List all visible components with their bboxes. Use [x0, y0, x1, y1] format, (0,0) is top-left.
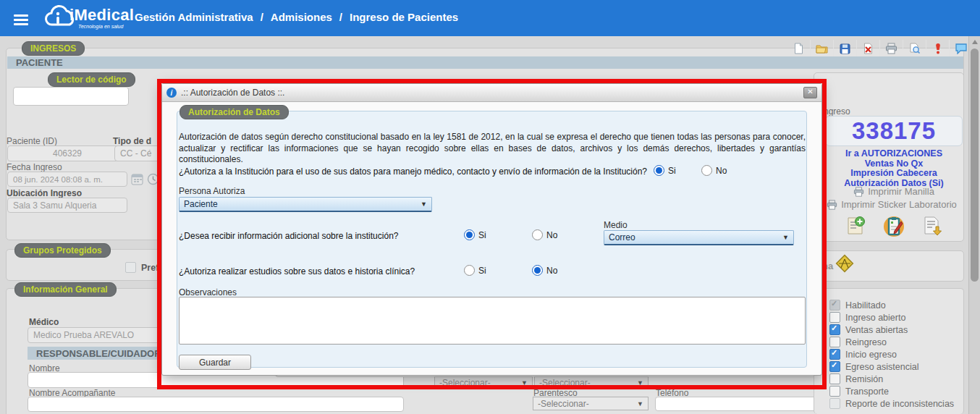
- ubicacion-ingreso-label: Ubicación Ingreso: [7, 188, 82, 198]
- preview-icon[interactable]: [903, 40, 926, 57]
- scrollbar-up-arrow[interactable]: [972, 40, 978, 44]
- telefono-input[interactable]: [655, 397, 816, 411]
- paciente-section-title: PACIENTE: [16, 57, 63, 68]
- imprimir-manilla-row[interactable]: Imprimir Manilla: [825, 186, 963, 197]
- informacion-general-label: Información General: [23, 284, 108, 295]
- lector-codigo-input[interactable]: [13, 87, 129, 106]
- checkbox-row-remision: Remisión: [829, 373, 954, 385]
- reporte-inconsistencias-checkbox[interactable]: [829, 398, 840, 409]
- print-icon[interactable]: [880, 40, 903, 57]
- delete-record-icon[interactable]: [857, 40, 880, 57]
- document-add-icon[interactable]: [845, 215, 866, 237]
- highlight-red-border: [157, 79, 827, 389]
- ubicacion-ingreso-input: Sala 3 Samu Alqueria: [7, 198, 127, 213]
- save-icon[interactable]: [834, 40, 857, 57]
- reporte-inconsistencias-label: Reporte de inconsistencias: [845, 399, 954, 409]
- nombre-acompanante-input[interactable]: [28, 397, 404, 412]
- tipo-documento-value: CC - Cé: [120, 148, 151, 159]
- app-window: iMedical Tecnología en salud Gestión Adm…: [0, 0, 980, 414]
- parentesco-select-value: -Seleccionar-: [538, 399, 589, 409]
- document-download-icon[interactable]: [921, 215, 943, 237]
- estado-checkbox-list: Habilitado Ingreso abierto Ventas abiert…: [829, 299, 954, 410]
- link-ventas-no-qx[interactable]: Ventas No Qx: [825, 159, 963, 169]
- transporte-checkbox[interactable]: [829, 386, 840, 397]
- lector-codigo-label: Lector de código: [56, 75, 127, 85]
- link-impresion-cabecera[interactable]: Impresión Cabecera: [825, 169, 963, 179]
- calendar-icon[interactable]: [131, 173, 143, 185]
- inicio-egreso-label: Inicio egreso: [845, 350, 897, 360]
- remision-checkbox[interactable]: [829, 373, 840, 384]
- hamburger-menu-icon[interactable]: [14, 12, 28, 28]
- checkbox-row-transporte: Transporte: [829, 385, 954, 397]
- ventas-abiertas-checkbox[interactable]: [829, 324, 840, 335]
- diamond-warning-icon[interactable]: [834, 253, 856, 274]
- numero-ingreso-value: 338175: [852, 117, 936, 145]
- informacion-general-legend: Información General: [14, 282, 117, 297]
- imprimir-sticker-row[interactable]: Imprimir Sticker Laboratorio: [818, 199, 966, 210]
- alerts-icon[interactable]: [926, 40, 950, 57]
- inicio-egreso-checkbox[interactable]: [829, 349, 840, 360]
- app-header: iMedical Tecnología en salud Gestión Adm…: [0, 0, 980, 36]
- printer-icon: [853, 187, 864, 197]
- habilitado-checkbox[interactable]: [829, 300, 840, 310]
- checkbox-row-reingreso: Reingreso: [829, 336, 954, 348]
- lector-codigo-legend: Lector de código: [48, 72, 135, 87]
- egreso-asistencial-checkbox[interactable]: [829, 361, 840, 372]
- fecha-ingreso-input: 08 jun. 2024 08:08 a. m.: [7, 172, 127, 187]
- tipo-documento-label: Tipo de d: [113, 136, 151, 146]
- grupos-protegidos-legend: Grupos Protegidos: [14, 243, 111, 258]
- preferencial-checkbox[interactable]: [125, 262, 136, 273]
- open-folder-icon[interactable]: [811, 40, 834, 57]
- tab-ingresos-label: INGRESOS: [30, 43, 76, 54]
- paciente-id-value: 406329: [53, 148, 82, 159]
- vertical-scrollbar[interactable]: [968, 36, 980, 414]
- clipboard-edit-icon[interactable]: [882, 215, 905, 238]
- right-links: Ir a AUTORIZACIONES Ventas No Qx Impresi…: [825, 149, 963, 188]
- logo-subtitle: Tecnología en salud: [78, 24, 123, 29]
- checkbox-row-ventas-abiertas: Ventas abiertas: [829, 324, 954, 336]
- paciente-id-input: 406329: [7, 145, 127, 161]
- paciente-section-bar: PACIENTE: [7, 56, 963, 69]
- medico-label: Médico: [29, 317, 59, 327]
- parentesco-select[interactable]: -Seleccionar-: [533, 397, 649, 410]
- logo-title: iMedical: [69, 6, 134, 25]
- ventas-abiertas-label: Ventas abiertas: [845, 325, 908, 335]
- right-action-icons: [825, 215, 963, 238]
- medico-value: Medico Prueba AREVALO: [33, 330, 134, 340]
- checkbox-row-inicio-egreso: Inicio egreso: [829, 348, 954, 360]
- ubicacion-ingreso-value: Sala 3 Samu Alqueria: [13, 200, 96, 211]
- tab-ingresos[interactable]: INGRESOS: [22, 41, 85, 56]
- checkbox-row-reporte-inconsistencias: Reporte de inconsistencias: [829, 397, 954, 410]
- breadcrumb-item[interactable]: Gestión Administrativa: [135, 11, 253, 23]
- paciente-id-label: Paciente (ID): [7, 136, 57, 146]
- printer-icon: [827, 200, 837, 210]
- scrollbar-thumb[interactable]: [971, 48, 979, 282]
- reingreso-label: Reingreso: [845, 337, 887, 347]
- transporte-label: Transporte: [845, 386, 889, 397]
- ingreso-abierto-checkbox[interactable]: [829, 312, 840, 323]
- checkbox-row-ingreso-abierto: Ingreso abierto: [829, 311, 954, 324]
- breadcrumb: Gestión Administrativa / Admisiones / In…: [135, 11, 458, 23]
- breadcrumb-item[interactable]: Ingreso de Pacientes: [350, 11, 458, 23]
- checkbox-row-habilitado: Habilitado: [829, 299, 954, 311]
- fecha-ingreso-value: 08 jun. 2024 08:08 a. m.: [13, 175, 103, 184]
- egreso-asistencial-label: Egreso asistencial: [845, 362, 918, 372]
- imprimir-manilla-label: Imprimir Manilla: [868, 186, 934, 197]
- reingreso-checkbox[interactable]: [829, 337, 840, 347]
- breadcrumb-separator: /: [261, 11, 263, 23]
- link-ir-a-autorizaciones[interactable]: Ir a AUTORIZACIONES: [825, 149, 963, 159]
- breadcrumb-item[interactable]: Admisiones: [271, 11, 332, 23]
- checkbox-row-egreso-asistencial: Egreso asistencial: [829, 360, 954, 373]
- remision-label: Remisión: [845, 374, 883, 384]
- habilitado-label: Habilitado: [845, 300, 886, 310]
- imprimir-sticker-label: Imprimir Sticker Laboratorio: [841, 199, 957, 210]
- numero-ingreso-box: 338175: [825, 116, 963, 146]
- record-toolbar: [787, 39, 972, 58]
- breadcrumb-separator: /: [339, 11, 342, 23]
- new-document-icon[interactable]: [787, 40, 811, 57]
- ingreso-abierto-label: Ingreso abierto: [845, 313, 905, 323]
- fecha-ingreso-label: Fecha Ingreso: [7, 162, 62, 172]
- grupos-protegidos-label: Grupos Protegidos: [23, 245, 102, 255]
